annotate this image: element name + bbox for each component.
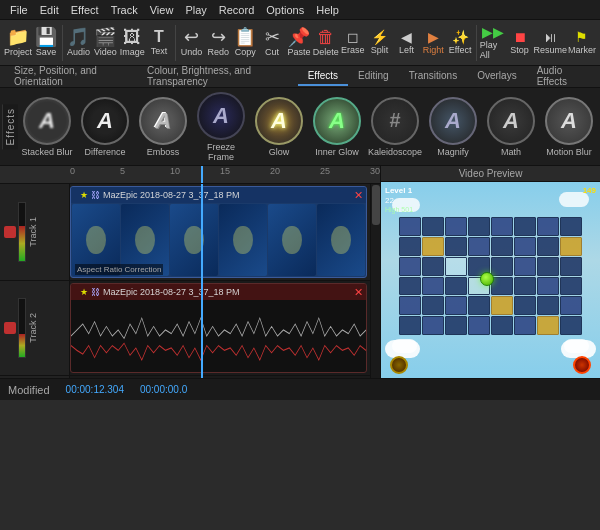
effect-innerglow[interactable]: A Inner Glow <box>308 95 366 159</box>
toolbar-video-btn[interactable]: 🎬 Video <box>92 22 118 64</box>
video-star-ctrl[interactable]: ★ <box>80 190 88 200</box>
toolbar-erase-btn[interactable]: ◻ Erase <box>340 22 366 64</box>
track2-lane[interactable]: ★ ⛓ MazEpic 2018-08-27 3_37_18 PM ✕ <box>70 281 370 376</box>
scrollbar-thumb[interactable] <box>372 185 380 225</box>
toolbar-copy-btn[interactable]: 📋 Copy <box>232 22 258 64</box>
menu-view[interactable]: View <box>144 2 180 18</box>
ruler-0: 0 <box>70 166 75 176</box>
menu-track[interactable]: Track <box>105 2 144 18</box>
toolbar-project-btn[interactable]: 📁 Project <box>4 22 32 64</box>
track1-vumeter-fill <box>19 226 25 261</box>
motionblur-label: Motion Blur <box>546 147 592 157</box>
track1-control: Track 1 <box>0 184 69 281</box>
resume-icon: ⏯ <box>543 30 557 44</box>
toolbar-save-btn[interactable]: 💾 Save <box>33 22 59 64</box>
tab-effects[interactable]: Effects <box>298 67 348 86</box>
toolbar-erase-label: Erase <box>341 45 365 55</box>
toolbar-split-label: Split <box>371 45 389 55</box>
track1-lock[interactable] <box>4 226 16 238</box>
toolbar-right-label: Right <box>423 45 444 55</box>
toolbar-text-btn[interactable]: T Text <box>146 22 172 64</box>
toolbar-cut-btn[interactable]: ✂ Cut <box>259 22 285 64</box>
copy-icon: 📋 <box>234 28 256 46</box>
video-clip[interactable]: ★ ⛓ MazEpic 2018-08-27 3_37_18 PM ✕ <box>70 186 367 278</box>
menu-help[interactable]: Help <box>310 2 345 18</box>
effects-side-label: Effects <box>2 104 18 149</box>
effect-difference[interactable]: A Difference <box>76 95 134 159</box>
effect-freezeframe[interactable]: A Freeze Frame <box>192 90 250 164</box>
toolbar-right-btn[interactable]: ▶ Right <box>420 22 446 64</box>
tab-size[interactable]: Size, Position, and Orientation <box>4 62 137 92</box>
effect-kaleidoscope[interactable]: # Kaleidoscope <box>366 95 424 159</box>
menu-effect[interactable]: Effect <box>65 2 105 18</box>
left-icon: ◀ <box>401 30 412 44</box>
track-clips: ★ ⛓ MazEpic 2018-08-27 3_37_18 PM ✕ <box>70 184 370 378</box>
cut-icon: ✂ <box>265 28 280 46</box>
effect-math[interactable]: A Math <box>482 95 540 159</box>
toolbar-redo-btn[interactable]: ↪ Redo <box>205 22 231 64</box>
toolbar-delete-btn[interactable]: 🗑 Delete <box>313 22 339 64</box>
menu-record[interactable]: Record <box>213 2 260 18</box>
image-icon: 🖼 <box>123 28 141 46</box>
toolbar-audio-btn[interactable]: 🎵 Audio <box>66 22 92 64</box>
effect-icon: ✨ <box>452 30 469 44</box>
audio-clip[interactable]: ★ ⛓ MazEpic 2018-08-27 3_37_18 PM ✕ <box>70 283 367 373</box>
ruler-30: 30 <box>370 166 380 176</box>
preview-section: Video Preview <box>380 166 600 378</box>
effect-stackedblur[interactable]: A Stacked Blur <box>18 95 76 159</box>
toolbar-marker-btn[interactable]: ⚑ Marker <box>568 22 596 64</box>
toolbar-paste-btn[interactable]: 📌 Paste <box>286 22 312 64</box>
toolbar-effect-btn[interactable]: ✨ Effect <box>447 22 473 64</box>
effect-magnify[interactable]: A Magnify <box>424 95 482 159</box>
math-icon: A <box>487 97 535 145</box>
timeline-section: 0 5 10 15 20 25 30 Tra <box>0 166 380 378</box>
toolbar-split-btn[interactable]: ⚡ Split <box>367 22 393 64</box>
toolbar-playall-btn[interactable]: ▶▶ Play All <box>480 22 506 64</box>
toolbar-left-btn[interactable]: ◀ Left <box>394 22 420 64</box>
track2-lock[interactable] <box>4 322 16 334</box>
tab-audioeffects[interactable]: Audio Effects <box>527 62 596 92</box>
right-icon: ▶ <box>428 30 439 44</box>
tab-editing[interactable]: Editing <box>348 67 399 86</box>
main-area: 0 5 10 15 20 25 30 Tra <box>0 166 600 378</box>
difference-label: Difference <box>85 147 126 157</box>
timeline-scrollbar[interactable] <box>370 184 380 378</box>
audio-clip-close[interactable]: ✕ <box>354 286 363 299</box>
track1-lane[interactable]: ★ ⛓ MazEpic 2018-08-27 3_37_18 PM ✕ <box>70 184 370 281</box>
toolbar-left-label: Left <box>399 45 414 55</box>
audio-link-ctrl[interactable]: ⛓ <box>91 287 100 297</box>
track-controls: Track 1 Track 2 <box>0 184 70 378</box>
audio-star-ctrl[interactable]: ★ <box>80 287 88 297</box>
effect-emboss[interactable]: A Emboss <box>134 95 192 159</box>
tab-colour[interactable]: Colour, Brightness, and Transparency <box>137 62 298 92</box>
tab-overlays[interactable]: Overlays <box>467 67 526 86</box>
menu-edit[interactable]: Edit <box>34 2 65 18</box>
freezeframe-label: Freeze Frame <box>194 142 248 162</box>
emboss-icon: A <box>139 97 187 145</box>
tab-row: Size, Position, and Orientation Colour, … <box>0 66 600 88</box>
toolbar-resume-label: Resume <box>533 45 567 55</box>
separator-3 <box>476 25 477 61</box>
ruler-20: 20 <box>270 166 280 176</box>
stackedblur-icon: A <box>23 97 71 145</box>
tab-transitions[interactable]: Transitions <box>399 67 468 86</box>
toolbar-resume-btn[interactable]: ⏯ Resume <box>533 22 567 64</box>
menu-play[interactable]: Play <box>179 2 212 18</box>
menu-file[interactable]: File <box>4 2 34 18</box>
menu-options[interactable]: Options <box>260 2 310 18</box>
innerglow-icon: A <box>313 97 361 145</box>
video-clip-close[interactable]: ✕ <box>354 189 363 202</box>
effect-glow[interactable]: A Glow <box>250 95 308 159</box>
effects-bar: Effects A Stacked Blur A Difference A Em… <box>0 88 600 166</box>
toolbar-image-btn[interactable]: 🖼 Image <box>119 22 145 64</box>
track1-label: Track 1 <box>28 217 38 247</box>
effect-motionblur[interactable]: A Motion Blur <box>540 95 598 159</box>
toolbar-save-label: Save <box>36 47 57 57</box>
preview-hud: Level 1 149 22 High 501 <box>381 182 600 378</box>
separator-2 <box>175 25 176 61</box>
toolbar-stop-btn[interactable]: ⏹ Stop <box>507 22 533 64</box>
playall-icon: ▶▶ <box>482 25 504 39</box>
save-icon: 💾 <box>35 28 57 46</box>
toolbar-undo-btn[interactable]: ↩ Undo <box>179 22 205 64</box>
video-link-ctrl[interactable]: ⛓ <box>91 190 100 200</box>
